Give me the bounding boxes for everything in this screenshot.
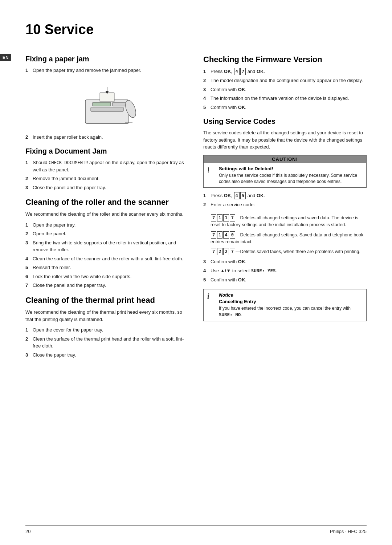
step-text: Confirm with OK. <box>211 104 367 111</box>
notice-label: Notice <box>219 292 363 298</box>
key-7d: 7 <box>211 248 216 255</box>
step-text: Remove the jammed document. <box>33 175 189 182</box>
step-text: The model designation and the configured… <box>211 77 367 84</box>
caution-text: Settings will be Deleted! Only use the s… <box>219 166 363 185</box>
right-column: Checking the Firmware Version 1 Press OK… <box>203 48 367 364</box>
steps-service-codes-after: 3 Confirm with OK. 4 Use ▲/▼ to select S… <box>203 258 367 283</box>
page: EN 10 Service Fixing a paper jam 1 Open … <box>0 0 392 545</box>
step-number: 3 <box>25 239 30 253</box>
product-name: Philips · HFC 325 <box>330 529 367 534</box>
step-text: Close the panel and the paper tray. <box>33 282 189 289</box>
step-number: 2 <box>25 175 30 182</box>
step-item: 3 Confirm with OK. <box>203 86 367 93</box>
step-text: Open the paper tray and remove the jamme… <box>33 67 189 74</box>
step-text: Confirm with OK. <box>211 86 367 93</box>
step-number: 4 <box>25 255 30 263</box>
key-1c: 1 <box>217 231 222 239</box>
caution-icon: ! <box>207 166 216 174</box>
step-number: 7 <box>25 282 30 289</box>
step-number: 3 <box>25 351 30 359</box>
svg-rect-1 <box>91 107 123 111</box>
step-item: 1Open the paper tray. <box>25 221 189 229</box>
section-title-fixing-doc-jam: Fixing a Document Jam <box>25 147 189 155</box>
step-text: Should CHECK DOCUMENT!! appear on the di… <box>33 159 189 173</box>
section-cleaning-thermal: Cleaning of the thermal print head We re… <box>25 296 189 358</box>
step-number: 1 <box>25 159 30 173</box>
section-title-fixing-paper-jam: Fixing a paper jam <box>25 55 189 63</box>
key-7: 7 <box>240 68 246 75</box>
language-tab: EN <box>0 54 11 61</box>
fax-svg <box>74 80 140 127</box>
fax-machine-illustration <box>25 80 189 129</box>
key-7c: 7 <box>211 231 216 239</box>
step-number: 1 <box>25 221 30 229</box>
step-number: 4 <box>203 267 208 274</box>
step-item: 1 Press OK, 45 and OK. <box>203 192 367 199</box>
section-title-firmware: Checking the Firmware Version <box>203 55 367 64</box>
step-number: 5 <box>25 264 30 271</box>
caution-body: ! Settings will be Deleted! Only use the… <box>204 163 366 188</box>
step-number: 3 <box>203 258 208 265</box>
step-text: Clean the surface of the thermal print h… <box>33 335 189 350</box>
chapter-title: 10 Service <box>25 22 367 37</box>
key-4: 4 <box>234 68 240 75</box>
step-item: 7Close the panel and the paper tray. <box>25 282 189 289</box>
section-cleaning-roller: Cleaning of the roller and the scanner W… <box>25 198 189 289</box>
two-column-layout: Fixing a paper jam 1 Open the paper tray… <box>25 48 367 364</box>
step-item: 3Bring the two white side supports of th… <box>25 239 189 253</box>
step-number: 2 <box>25 335 30 350</box>
bold-ok2: OK <box>257 69 264 74</box>
step-text: Open the panel. <box>33 230 189 237</box>
step-item: 1Open the cover for the paper tray. <box>25 326 189 334</box>
page-number: 20 <box>25 529 30 534</box>
step-text: Open the paper tray. <box>33 221 189 229</box>
step-item: 5 Confirm with OK. <box>203 276 367 284</box>
note-title: Cancelling Entry <box>219 299 363 304</box>
step-text: Lock the roller with the two white side … <box>33 273 189 280</box>
step-number: 5 <box>203 276 208 284</box>
section-firmware: Checking the Firmware Version 1 Press OK… <box>203 55 367 111</box>
step-item: 3 Confirm with OK. <box>203 258 367 265</box>
step-number: 4 <box>203 95 208 102</box>
step-number: 3 <box>203 86 208 93</box>
bold-ok5: OK <box>224 193 231 198</box>
caution-header: CAUTION! <box>204 155 366 163</box>
code-text: CHECK DOCUMENT <box>49 160 85 165</box>
bold-ok6: OK <box>257 193 264 198</box>
key-4b: 4 <box>234 192 240 199</box>
step-text: Reinsert the roller. <box>33 264 189 271</box>
steps-fixing-paper-jam-2: 2 Insert the paper roller back again. <box>25 134 189 141</box>
step-number: 1 <box>25 326 30 334</box>
step-number: 1 <box>203 192 208 199</box>
steps-fixing-doc-jam: 1 Should CHECK DOCUMENT!! appear on the … <box>25 159 189 191</box>
steps-cleaning-roller: 1Open the paper tray. 2Open the panel. 3… <box>25 221 189 289</box>
note-box: i Notice Cancelling Entry If you have en… <box>203 289 367 321</box>
step-number: 5 <box>203 104 208 111</box>
bold-arrows: ▲/▼ <box>220 268 231 273</box>
bold-ok7: OK <box>238 259 245 264</box>
step-item: 3Close the paper tray. <box>25 351 189 359</box>
cleaning-roller-intro: We recommend the cleaning of the roller … <box>25 211 189 218</box>
step-item: 6Lock the roller with the two white side… <box>25 273 189 280</box>
step-number: 2 <box>25 230 30 237</box>
bold-ok4: OK <box>238 105 245 110</box>
note-text: Notice Cancelling Entry If you have ente… <box>219 292 363 318</box>
note-description: If you have entered the incorrect code, … <box>219 305 363 318</box>
code-entry-1: 7117—Deletes all changed settings and sa… <box>211 214 367 228</box>
key-2a: 2 <box>217 248 222 255</box>
step-number: 2 <box>203 77 208 84</box>
step-text: The information on the firmware version … <box>211 95 367 102</box>
step-text: Bring the two white side supports of the… <box>33 239 189 253</box>
step-number: 3 <box>25 184 30 191</box>
sure-no: SURE: NO <box>219 312 241 317</box>
bold-ok3: OK <box>238 87 245 92</box>
note-body: i Notice Cancelling Entry If you have en… <box>204 289 366 321</box>
bold-ok: OK <box>224 69 231 74</box>
step-text: Press OK, 45 and OK. <box>211 192 367 199</box>
step-item: 1 Press OK, 47 and OK. <box>203 68 367 75</box>
step-text: Enter a service code: <box>211 201 367 208</box>
section-title-cleaning-roller: Cleaning of the roller and the scanner <box>25 198 189 207</box>
step-item: 2 The model designation and the configur… <box>203 77 367 84</box>
step-item: 4Clean the surface of the scanner and th… <box>25 255 189 263</box>
step-number: 2 <box>203 201 208 208</box>
